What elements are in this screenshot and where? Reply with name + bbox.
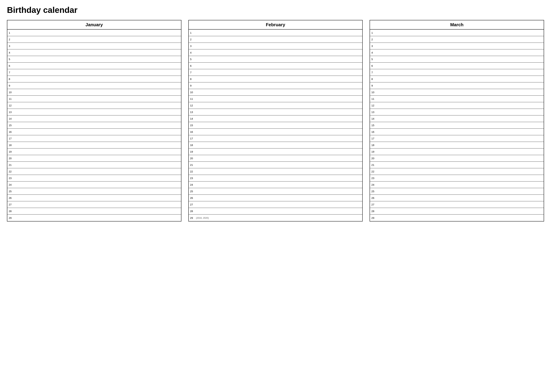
day-row[interactable]: 9 (7, 82, 181, 89)
day-row[interactable]: 18 (189, 142, 362, 148)
day-row[interactable]: 19 (189, 148, 362, 155)
day-row[interactable]: 23 (7, 175, 181, 182)
day-row[interactable]: 6 (189, 63, 362, 69)
day-row[interactable]: 27 (189, 201, 362, 208)
day-row[interactable]: 21 (189, 162, 362, 168)
day-row[interactable]: 7 (370, 69, 544, 76)
day-row[interactable]: 25 (370, 188, 544, 195)
day-row[interactable]: 22 (7, 168, 181, 175)
day-row[interactable]: 15 (189, 122, 362, 129)
day-row[interactable]: 26 (7, 195, 181, 201)
day-row[interactable]: 27 (370, 201, 544, 208)
day-row[interactable]: 13 (189, 109, 362, 115)
day-row[interactable]: 28 (370, 208, 544, 215)
day-row[interactable]: 23 (189, 175, 362, 182)
day-row[interactable]: 8 (370, 76, 544, 82)
day-row[interactable]: 14 (7, 115, 181, 122)
day-row[interactable]: 9 (370, 82, 544, 89)
day-number: 11 (371, 97, 377, 100)
day-row[interactable]: 20 (370, 155, 544, 162)
day-row[interactable]: 4 (189, 49, 362, 56)
day-row[interactable]: 5 (189, 56, 362, 63)
day-row[interactable]: 10 (370, 89, 544, 96)
day-row[interactable]: 17 (370, 135, 544, 142)
day-row[interactable]: 29 (7, 215, 181, 221)
day-row[interactable]: 25 (189, 188, 362, 195)
day-row[interactable]: 3 (189, 43, 362, 49)
day-row[interactable]: 19 (7, 148, 181, 155)
day-row[interactable]: 7 (7, 69, 181, 76)
day-row[interactable]: 17 (189, 135, 362, 142)
day-row[interactable]: 29(2016, 2020) (189, 215, 362, 221)
day-number: 1 (371, 31, 377, 34)
day-row[interactable]: 16 (189, 129, 362, 135)
day-row[interactable]: 9 (189, 82, 362, 89)
day-row[interactable]: 24 (7, 182, 181, 188)
day-row[interactable]: 20 (189, 155, 362, 162)
day-row[interactable]: 24 (189, 182, 362, 188)
day-row[interactable]: 1 (189, 29, 362, 36)
day-row[interactable]: 1 (370, 29, 544, 36)
day-row[interactable]: 13 (370, 109, 544, 115)
day-row[interactable]: 4 (7, 49, 181, 56)
day-row[interactable]: 18 (7, 142, 181, 148)
day-row[interactable]: 8 (189, 76, 362, 82)
day-row[interactable]: 5 (370, 56, 544, 63)
day-row[interactable]: 5 (7, 56, 181, 63)
day-row[interactable]: 10 (7, 89, 181, 96)
day-row[interactable]: 3 (370, 43, 544, 49)
day-row[interactable]: 29 (370, 215, 544, 221)
day-row[interactable]: 12 (7, 102, 181, 109)
day-row[interactable]: 27 (7, 201, 181, 208)
day-row[interactable]: 2 (370, 36, 544, 43)
day-row[interactable]: 6 (7, 63, 181, 69)
day-row[interactable]: 24 (370, 182, 544, 188)
day-number: 15 (9, 124, 14, 127)
day-row[interactable]: 28 (189, 208, 362, 215)
day-row[interactable]: 21 (7, 162, 181, 168)
day-row[interactable]: 7 (189, 69, 362, 76)
day-row[interactable]: 1 (7, 29, 181, 36)
day-row[interactable]: 19 (370, 148, 544, 155)
day-row[interactable]: 3 (7, 43, 181, 49)
day-row[interactable]: 26 (189, 195, 362, 201)
day-row[interactable]: 11 (7, 96, 181, 102)
day-row[interactable]: 16 (7, 129, 181, 135)
day-number: 15 (190, 124, 195, 127)
day-row[interactable]: 22 (189, 168, 362, 175)
day-row[interactable]: 12 (370, 102, 544, 109)
day-number: 1 (190, 31, 195, 34)
day-number: 25 (9, 190, 14, 193)
day-row[interactable]: 21 (370, 162, 544, 168)
day-row[interactable]: 28 (7, 208, 181, 215)
day-row[interactable]: 26 (370, 195, 544, 201)
day-row[interactable]: 16 (370, 129, 544, 135)
day-row[interactable]: 23 (370, 175, 544, 182)
day-row[interactable]: 10 (189, 89, 362, 96)
day-row[interactable]: 2 (189, 36, 362, 43)
day-row[interactable]: 11 (189, 96, 362, 102)
day-row[interactable]: 8 (7, 76, 181, 82)
day-number: 21 (371, 163, 377, 166)
day-number: 29 (190, 217, 195, 219)
day-row[interactable]: 13 (7, 109, 181, 115)
day-row[interactable]: 14 (189, 115, 362, 122)
day-number: 8 (371, 77, 377, 80)
day-number: 7 (9, 71, 14, 74)
day-row[interactable]: 22 (370, 168, 544, 175)
day-number: 18 (190, 144, 195, 147)
day-row[interactable]: 15 (370, 122, 544, 129)
day-row[interactable]: 15 (7, 122, 181, 129)
day-row[interactable]: 6 (370, 63, 544, 69)
day-row[interactable]: 11 (370, 96, 544, 102)
day-row[interactable]: 25 (7, 188, 181, 195)
day-row[interactable]: 20 (7, 155, 181, 162)
day-row[interactable]: 17 (7, 135, 181, 142)
day-row[interactable]: 2 (7, 36, 181, 43)
day-row[interactable]: 14 (370, 115, 544, 122)
day-row[interactable]: 18 (370, 142, 544, 148)
day-number: 24 (190, 183, 195, 186)
day-number: 6 (371, 64, 377, 67)
day-row[interactable]: 4 (370, 49, 544, 56)
day-row[interactable]: 12 (189, 102, 362, 109)
